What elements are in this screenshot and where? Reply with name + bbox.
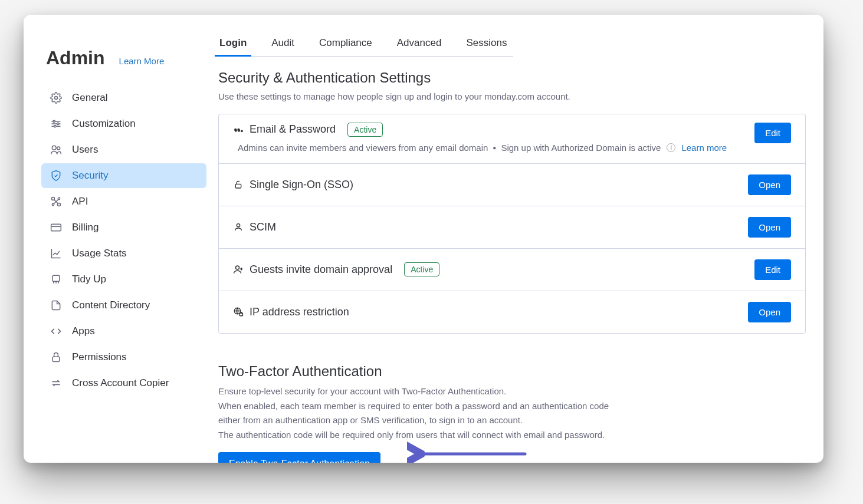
svg-point-0 bbox=[55, 97, 58, 100]
sidebar-item-general[interactable]: General bbox=[41, 85, 206, 110]
svg-point-18 bbox=[237, 128, 241, 132]
open-button[interactable]: Open bbox=[748, 302, 791, 322]
globe-lock-icon bbox=[233, 307, 244, 317]
enable-tfa-button[interactable]: Enable Two-Factor Authentication bbox=[218, 452, 380, 463]
shield-icon bbox=[50, 169, 63, 182]
svg-point-22 bbox=[236, 266, 239, 269]
card-sso: Single Sign-On (SSO) Open bbox=[219, 164, 805, 206]
card-head: Single Sign-On (SSO) bbox=[233, 179, 353, 191]
card-title: Email & Password bbox=[250, 123, 336, 136]
svg-rect-24 bbox=[239, 314, 242, 317]
arrows-icon bbox=[50, 377, 63, 390]
card-head: Email & Password Active bbox=[233, 123, 754, 137]
svg-point-19 bbox=[241, 130, 243, 132]
credit-card-icon bbox=[50, 221, 63, 234]
open-button[interactable]: Open bbox=[748, 217, 791, 238]
section-title: Security & Authentication Settings bbox=[218, 70, 806, 86]
subtext-2: Sign up with Authorized Domain is active bbox=[501, 143, 661, 153]
sidebar-item-api[interactable]: API bbox=[41, 189, 206, 214]
svg-point-6 bbox=[54, 126, 56, 127]
tfa-desc: Ensure top-level security for your accou… bbox=[218, 384, 806, 443]
sidebar-nav: General Customization Users Security bbox=[41, 85, 206, 396]
card-title: Single Sign-On (SSO) bbox=[250, 179, 353, 191]
sidebar-item-label: Tidy Up bbox=[72, 274, 106, 285]
tfa-line-1: Ensure top-level security for your accou… bbox=[218, 386, 506, 396]
card-subtext: Admins can invite members and viewers fr… bbox=[233, 143, 754, 153]
tfa-line-4: The authentication code will be required… bbox=[218, 430, 605, 440]
card-guests: Guests invite domain approval Active Edi… bbox=[219, 249, 805, 291]
sidebar-item-label: Usage Stats bbox=[72, 248, 127, 259]
info-icon[interactable]: i bbox=[667, 143, 675, 152]
sidebar-item-cross-account-copier[interactable]: Cross Account Copier bbox=[41, 371, 206, 396]
sidebar-item-label: General bbox=[72, 92, 107, 104]
sidebar-item-label: Apps bbox=[72, 325, 95, 337]
code-icon bbox=[50, 325, 63, 338]
card-email-password: Email & Password Active Admins can invit… bbox=[219, 114, 805, 164]
sidebar-item-security[interactable]: Security bbox=[41, 163, 206, 188]
tab-audit[interactable]: Audit bbox=[270, 32, 296, 56]
svg-point-8 bbox=[57, 147, 60, 150]
gear-icon bbox=[50, 91, 63, 104]
learn-more-link[interactable]: Learn more bbox=[681, 143, 727, 153]
card-head: IP address restriction bbox=[233, 306, 349, 318]
tfa-title: Two-Factor Authentication bbox=[218, 363, 806, 380]
sidebar-item-label: API bbox=[72, 196, 88, 207]
card-left: Email & Password Active Admins can invit… bbox=[233, 123, 754, 153]
active-badge: Active bbox=[404, 262, 439, 276]
active-badge: Active bbox=[347, 123, 383, 137]
admin-title: Admin bbox=[46, 47, 105, 69]
tfa-section: Two-Factor Authentication Ensure top-lev… bbox=[218, 363, 806, 463]
edit-button[interactable]: Edit bbox=[754, 259, 791, 280]
tab-compliance[interactable]: Compliance bbox=[318, 32, 373, 56]
sidebar-item-apps[interactable]: Apps bbox=[41, 319, 206, 344]
svg-rect-15 bbox=[52, 275, 60, 281]
svg-point-12 bbox=[52, 203, 54, 205]
svg-point-17 bbox=[234, 128, 237, 132]
users-icon bbox=[50, 143, 63, 156]
sidebar-item-permissions[interactable]: Permissions bbox=[41, 345, 206, 370]
open-button[interactable]: Open bbox=[748, 174, 791, 195]
card-head: SCIM bbox=[233, 221, 276, 233]
person-plus-icon bbox=[233, 264, 244, 275]
svg-point-11 bbox=[58, 197, 60, 199]
main-content: Login Audit Compliance Advanced Sessions… bbox=[212, 15, 823, 463]
sidebar-item-label: Billing bbox=[72, 222, 99, 233]
sidebar-item-label: Customization bbox=[72, 118, 136, 130]
tabs: Login Audit Compliance Advanced Sessions bbox=[218, 32, 513, 57]
sidebar-item-tidy-up[interactable]: Tidy Up bbox=[41, 267, 206, 292]
sidebar-item-content-directory[interactable]: Content Directory bbox=[41, 293, 206, 318]
sidebar-item-usage-stats[interactable]: Usage Stats bbox=[41, 241, 206, 266]
sidebar-item-label: Cross Account Copier bbox=[72, 377, 169, 389]
sidebar-header: Admin Learn More bbox=[41, 47, 206, 69]
bullet-separator: ● bbox=[491, 144, 497, 151]
tab-sessions[interactable]: Sessions bbox=[465, 32, 508, 56]
monday-logo-icon bbox=[233, 124, 244, 135]
tfa-line-3: either from an authentication app or SMS… bbox=[218, 415, 523, 425]
svg-rect-13 bbox=[51, 224, 61, 231]
broom-icon bbox=[50, 273, 63, 286]
lock-icon bbox=[50, 351, 63, 364]
section-desc: Use these settings to manage how people … bbox=[218, 90, 806, 104]
chart-icon bbox=[50, 247, 63, 260]
svg-point-5 bbox=[57, 123, 59, 124]
card-title: SCIM bbox=[250, 221, 276, 233]
tab-login[interactable]: Login bbox=[218, 32, 248, 56]
svg-point-21 bbox=[237, 224, 239, 227]
sidebar-item-label: Content Directory bbox=[72, 299, 150, 311]
sidebar-item-customization[interactable]: Customization bbox=[41, 111, 206, 136]
sidebar: Admin Learn More General Customization bbox=[24, 15, 212, 463]
tab-advanced[interactable]: Advanced bbox=[396, 32, 443, 56]
sidebar-item-label: Security bbox=[72, 170, 108, 182]
card-ip-restriction: IP address restriction Open bbox=[219, 291, 805, 333]
card-title: IP address restriction bbox=[250, 306, 349, 318]
tfa-line-2: When enabled, each team member is requir… bbox=[218, 401, 609, 411]
svg-rect-20 bbox=[235, 185, 241, 189]
sidebar-item-users[interactable]: Users bbox=[41, 137, 206, 162]
sidebar-item-label: Permissions bbox=[72, 351, 127, 363]
sidebar-item-billing[interactable]: Billing bbox=[41, 215, 206, 240]
learn-more-link[interactable]: Learn More bbox=[119, 56, 165, 66]
edit-button[interactable]: Edit bbox=[754, 123, 791, 143]
subtext-1: Admins can invite members and viewers fr… bbox=[238, 143, 488, 153]
svg-rect-16 bbox=[52, 357, 60, 361]
svg-point-7 bbox=[52, 146, 56, 150]
